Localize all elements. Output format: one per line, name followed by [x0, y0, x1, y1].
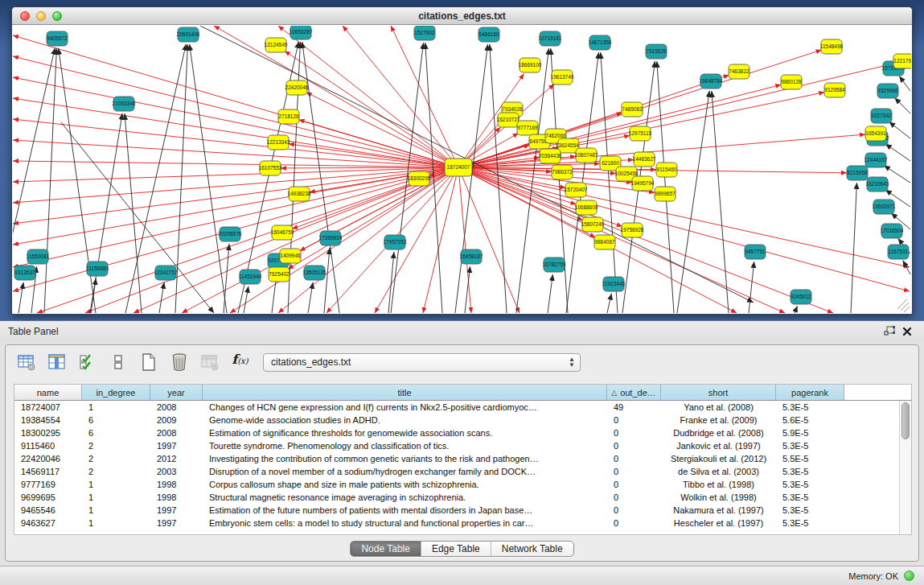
- table-row[interactable]: 1456911722003Disruption of a novel membe…: [14, 465, 911, 478]
- network-node[interactable]: 1167531: [888, 245, 909, 259]
- network-node[interactable]: 9313537: [14, 266, 35, 280]
- network-node[interactable]: 12342757: [154, 266, 178, 280]
- network-node[interactable]: 17957253: [384, 235, 407, 249]
- network-node[interactable]: 10807487: [575, 148, 598, 163]
- network-node[interactable]: 9860128: [781, 75, 802, 89]
- network-node[interactable]: 11548498: [820, 39, 844, 54]
- network-node[interactable]: 22420046: [285, 80, 309, 95]
- network-node[interactable]: 10688609: [575, 200, 598, 215]
- network-canvas[interactable]: 9405572206914061065328715276026466160107…: [13, 26, 911, 314]
- network-node[interactable]: 19756928: [621, 223, 644, 237]
- column-header-short[interactable]: short: [661, 385, 776, 400]
- network-node[interactable]: 6466160: [478, 27, 499, 42]
- column-header-name[interactable]: name: [14, 385, 82, 400]
- network-node[interactable]: 9777169: [517, 121, 538, 135]
- network-node[interactable]: 16107553: [259, 161, 282, 175]
- network-node[interactable]: 12444157: [864, 153, 888, 167]
- graph-window-titlebar[interactable]: citations_edges.txt: [12, 7, 912, 25]
- network-node[interactable]: 7463822: [729, 64, 749, 79]
- network-node[interactable]: 17359924: [319, 231, 343, 245]
- network-node[interactable]: 21053346: [113, 97, 136, 111]
- network-node[interactable]: 20364436: [539, 149, 562, 163]
- float-panel-icon[interactable]: [881, 324, 898, 339]
- network-node[interactable]: 16046759: [271, 225, 294, 240]
- network-node[interactable]: 1654391: [865, 126, 886, 141]
- canvas-resize-grip[interactable]: [897, 299, 910, 312]
- close-panel-icon[interactable]: [898, 324, 916, 339]
- network-node[interactable]: 20691406: [177, 27, 200, 42]
- network-node[interactable]: 15720407: [565, 183, 588, 197]
- delete-entries-button[interactable]: [168, 352, 190, 373]
- network-node[interactable]: 9227342: [871, 109, 892, 123]
- network-node[interactable]: 7986372: [552, 165, 573, 179]
- network-node[interactable]: 16648784: [700, 74, 723, 89]
- network-node[interactable]: 18724007: [445, 159, 472, 176]
- network-node[interactable]: 12213343: [267, 135, 290, 150]
- table-row[interactable]: 911546021997Tourette syndrome. Phenomeno…: [14, 439, 911, 452]
- table-row[interactable]: 1938455462009Genome-wide association stu…: [14, 414, 911, 426]
- network-node[interactable]: 1409946: [280, 249, 301, 263]
- tab-network-table[interactable]: Network Table: [491, 542, 573, 556]
- new-table-button[interactable]: [138, 352, 159, 373]
- network-node[interactable]: 7625402: [269, 267, 290, 282]
- table-row[interactable]: 2242004622012Investigating the contribut…: [14, 452, 911, 465]
- delete-table-button-disabled[interactable]: [199, 352, 220, 373]
- network-node[interactable]: 18300295: [408, 171, 431, 186]
- network-node[interactable]: 7485063: [622, 102, 643, 117]
- rows-button[interactable]: [107, 352, 129, 373]
- network-node[interactable]: 9457751: [745, 245, 766, 259]
- network-node[interactable]: 16210643: [866, 177, 889, 192]
- network-node[interactable]: 9884067: [594, 235, 615, 249]
- network-node[interactable]: 8215958: [847, 166, 868, 180]
- network-node[interactable]: 9405572: [47, 31, 68, 46]
- table-scrollbar-track[interactable]: [899, 401, 911, 534]
- tab-edge-table[interactable]: Edge Table: [421, 542, 491, 556]
- network-node[interactable]: 15807249: [581, 217, 605, 232]
- column-header-out_de[interactable]: △out_de…: [607, 385, 661, 400]
- network-node[interactable]: 9899657: [655, 187, 676, 201]
- network-node[interactable]: 19613749: [551, 70, 574, 84]
- table-row[interactable]: 1830029562008Estimation of significance …: [14, 426, 911, 439]
- network-node[interactable]: 13505135: [303, 266, 326, 280]
- network-node[interactable]: 19495794: [631, 176, 655, 191]
- network-node[interactable]: 14671358: [589, 35, 612, 50]
- table-row[interactable]: 946362711997Embryonic stem cells: a mode…: [14, 517, 911, 529]
- network-node[interactable]: 17016504: [881, 224, 904, 238]
- network-node[interactable]: 9245012: [791, 290, 811, 304]
- table-row[interactable]: 977716911998Corpus callosum shape and si…: [14, 478, 911, 491]
- network-node[interactable]: 14463627: [633, 152, 656, 167]
- table-scrollbar-thumb[interactable]: [901, 402, 910, 439]
- network-node[interactable]: 14938238: [288, 187, 311, 201]
- network-node[interactable]: 19592971: [873, 200, 896, 214]
- column-header-in_degree[interactable]: in_degree: [82, 385, 150, 400]
- network-node[interactable]: 16958187: [460, 249, 483, 264]
- network-node[interactable]: 1221798: [893, 54, 911, 68]
- network-node[interactable]: 9129584: [824, 83, 845, 97]
- table-mode-button[interactable]: [15, 352, 37, 373]
- network-node[interactable]: 1527602: [414, 26, 435, 40]
- network-node[interactable]: 7515526: [646, 44, 667, 59]
- network-node[interactable]: 18669100: [519, 58, 542, 72]
- function-builder-button[interactable]: f(x): [229, 352, 251, 373]
- network-node[interactable]: 10653287: [290, 26, 313, 39]
- column-header-year[interactable]: year: [150, 385, 203, 400]
- table-row[interactable]: 969969511998Structural magnetic resonanc…: [14, 491, 911, 504]
- network-node[interactable]: 16782759: [543, 257, 566, 272]
- column-header-pagerank[interactable]: pagerank: [776, 385, 844, 400]
- table-selector-dropdown[interactable]: citations_edges.txt ▲▼: [263, 353, 581, 372]
- network-node[interactable]: 11550081: [27, 249, 50, 264]
- network-node[interactable]: 20206576: [219, 227, 242, 241]
- table-row[interactable]: 1872400712008Changes of HCN gene express…: [14, 401, 911, 414]
- network-node[interactable]: 11451944: [239, 270, 262, 284]
- network-node[interactable]: 12975115: [629, 126, 652, 141]
- table-row[interactable]: 946554611997Estimation of the future num…: [14, 504, 911, 517]
- network-node[interactable]: 12124549: [265, 38, 288, 52]
- tab-node-table[interactable]: Node Table: [351, 542, 421, 556]
- network-node[interactable]: 2718126: [278, 109, 299, 124]
- network-node[interactable]: 9115460: [656, 163, 677, 177]
- column-header-title[interactable]: title: [203, 385, 607, 400]
- network-node[interactable]: 9329966: [877, 84, 898, 98]
- row-selection-button[interactable]: [76, 352, 98, 373]
- network-node[interactable]: 11156889: [86, 262, 109, 276]
- network-node[interactable]: 11923446: [602, 277, 626, 291]
